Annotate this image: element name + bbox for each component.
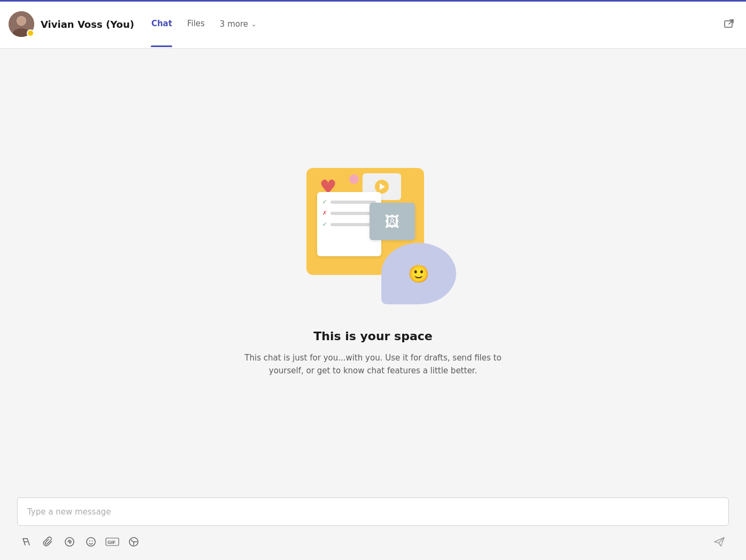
checkmark-green-icon-2: ✓: [322, 221, 327, 228]
main-content: ♥ ✓ ✗ ✓ 🖼: [0, 49, 746, 491]
svg-point-3: [17, 17, 26, 25]
svg-point-7: [87, 538, 95, 546]
composer-toolbar: GIF: [17, 532, 729, 551]
message-placeholder: Type a new message: [27, 507, 111, 517]
check-line-2: [330, 212, 376, 215]
tab-files[interactable]: Files: [181, 0, 211, 48]
checkmark-green-icon: ✓: [322, 198, 327, 205]
check-row-3: ✓: [322, 221, 376, 228]
check-row-1: ✓: [322, 198, 376, 205]
message-input[interactable]: Type a new message: [17, 497, 729, 526]
avatar-status-badge: [27, 29, 34, 37]
format-button[interactable]: [17, 532, 36, 551]
attach-button[interactable]: [39, 532, 58, 551]
page-description: This chat is just for you...with you. Us…: [229, 351, 518, 377]
svg-point-9: [92, 541, 93, 542]
illustration: ♥ ✓ ✗ ✓ 🖼: [290, 163, 456, 312]
check-line-3: [330, 223, 376, 226]
chat-bubble: 🙂: [379, 243, 456, 312]
loop-button[interactable]: [60, 532, 79, 551]
svg-point-8: [89, 541, 90, 542]
tab-bar: Chat Files 3 more ⌄: [145, 0, 263, 48]
chevron-down-icon: ⌄: [251, 21, 256, 28]
bubble-shape: 🙂: [381, 243, 456, 304]
pink-circle-decoration: [349, 174, 359, 184]
play-triangle-icon: [380, 183, 385, 190]
emoji-button[interactable]: [81, 532, 101, 551]
tab-more[interactable]: 3 more ⌄: [213, 0, 263, 48]
send-button[interactable]: [710, 532, 729, 551]
page-title: This is your space: [313, 329, 433, 343]
svg-point-6: [69, 541, 71, 543]
gif-button[interactable]: GIF: [103, 532, 122, 551]
svg-text:GIF: GIF: [107, 540, 116, 545]
image-icon: 🖼: [384, 213, 399, 231]
checkmark-red-icon: ✗: [322, 210, 327, 217]
tab-chat[interactable]: Chat: [145, 0, 179, 48]
avatar[interactable]: [9, 11, 34, 37]
user-name: Vivian Voss (You): [41, 19, 134, 30]
image-card: 🖼: [370, 203, 415, 240]
composer-area: Type a new message: [0, 491, 746, 560]
bubble-face-icon: 🙂: [408, 264, 429, 284]
pop-out-button[interactable]: [720, 16, 737, 33]
check-row-2: ✗: [322, 210, 376, 217]
header: Vivian Voss (You) Chat Files 3 more ⌄: [0, 0, 746, 49]
check-line-1: [330, 201, 376, 204]
sticker-button[interactable]: [124, 532, 143, 551]
